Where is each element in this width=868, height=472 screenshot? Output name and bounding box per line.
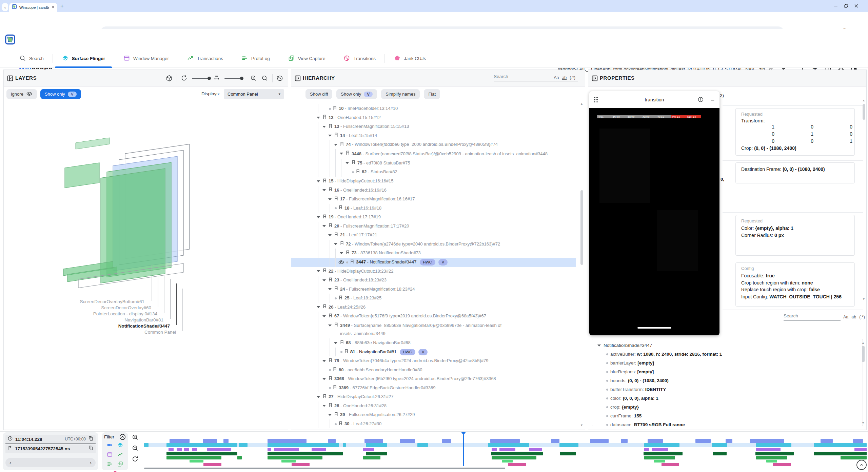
collapse-node-icon[interactable]: [317, 396, 320, 398]
collapse-node-icon[interactable]: [328, 324, 332, 327]
timeline-canvas[interactable]: [144, 432, 867, 472]
trace-segment[interactable]: [492, 448, 497, 451]
trace-segment[interactable]: [502, 460, 513, 463]
layer-label[interactable]: ScreenDecorOverlayBottom#61: [80, 299, 144, 304]
tab-transactions[interactable]: Transactions: [178, 49, 232, 68]
screen-recording-icon[interactable]: [106, 442, 113, 450]
match-word-button[interactable]: ab: [562, 75, 567, 80]
tree-node-3369[interactable]: 3369 - 67726bf EdgeBackGestureHandler0#3…: [291, 383, 576, 393]
trace-segment[interactable]: [268, 452, 343, 455]
tree-node-15[interactable]: 15 - HideDisplayCutout:16:16#15: [291, 177, 576, 186]
tree-node-73[interactable]: 73 - 8736138 NotificationShade#73: [291, 249, 576, 258]
collapse-node-icon[interactable]: [346, 162, 349, 164]
trace-segment[interactable]: [364, 439, 383, 443]
collapse-node-icon[interactable]: [328, 414, 332, 416]
collapse-node-icon[interactable]: [328, 288, 332, 290]
timeline-cursor-handle[interactable]: [461, 432, 466, 435]
trace-segment[interactable]: [363, 448, 374, 451]
collapse-node-icon[interactable]: [340, 153, 343, 155]
layer-label[interactable]: NotificationShade#3447: [118, 323, 170, 329]
trace-segment[interactable]: [166, 452, 237, 455]
property-item[interactable]: barrierLayer: [empty]: [597, 359, 863, 368]
trace-segment[interactable]: [492, 456, 536, 459]
tree-node-24[interactable]: 24 - FullscreenMagnification:18:23#24: [291, 285, 576, 294]
tree-node-3448[interactable]: 3448 - Surface(name=ed70f88 StatusBar)/@…: [291, 149, 576, 159]
tree-node-67[interactable]: 67 - WindowToken{e5176f9 type=2019 andro…: [291, 312, 576, 321]
trace-segment[interactable]: [499, 448, 515, 451]
tab-surface-flinger[interactable]: Surface Flinger: [53, 49, 114, 68]
trace-segment[interactable]: [268, 456, 322, 459]
collapse-node-icon[interactable]: [322, 315, 326, 317]
trace-segment[interactable]: [366, 443, 387, 447]
tree-node-18[interactable]: 18 - Leaf:16:16#18: [291, 204, 576, 213]
transitions-track[interactable]: [144, 463, 867, 466]
tree-node-26[interactable]: 26 - Leaf:24:25#26: [291, 303, 576, 312]
screen-recording-track[interactable]: [144, 439, 867, 443]
trace-segment[interactable]: [274, 448, 299, 451]
window-manager-track[interactable]: [144, 448, 867, 451]
next-frame-button[interactable]: ›: [90, 460, 92, 466]
collapse-node-icon[interactable]: [322, 279, 326, 281]
trace-segment[interactable]: [203, 439, 217, 443]
collapse-node-icon[interactable]: [317, 216, 320, 218]
window-restore-button[interactable]: [843, 3, 849, 9]
trace-segment[interactable]: [814, 443, 867, 447]
protolog-icon[interactable]: [106, 461, 113, 469]
timeline-zoom-out-icon[interactable]: [132, 445, 139, 453]
trace-segment[interactable]: [644, 443, 679, 447]
window-close-button[interactable]: [853, 3, 859, 9]
property-item[interactable]: bounds: (0, 0) - (1080, 2400): [597, 376, 863, 385]
collapse-node-icon[interactable]: [322, 126, 326, 128]
trace-segment[interactable]: [268, 448, 271, 451]
tab-close-icon[interactable]: ✕: [52, 5, 55, 9]
trace-segment[interactable]: [490, 439, 520, 443]
match-regex-button[interactable]: (.*): [859, 315, 865, 319]
flat-chip[interactable]: Flat: [424, 89, 440, 99]
copy-icon[interactable]: [88, 436, 94, 442]
trace-segment[interactable]: [203, 463, 221, 466]
collapse-node-icon[interactable]: [322, 189, 326, 191]
collapse-node-icon[interactable]: [334, 144, 337, 146]
property-item[interactable]: dataspace: BT709 sRGB Full range: [597, 420, 863, 426]
tree-node-19[interactable]: 19 - OneHanded:17:17#19: [291, 213, 576, 222]
trace-segment[interactable]: [400, 439, 415, 443]
trace-segment[interactable]: [508, 463, 526, 466]
tree-node-14[interactable]: 14 - Leaf:15:15#14: [291, 131, 576, 140]
timeline-scrollbar[interactable]: [144, 468, 505, 469]
popup-header[interactable]: transition _: [589, 91, 719, 108]
collapse-panel-icon[interactable]: [294, 75, 301, 82]
collapse-node-icon[interactable]: [317, 306, 320, 308]
protolog-track[interactable]: [144, 456, 867, 459]
collapse-panel-icon[interactable]: [591, 75, 598, 82]
timeline-zoom-in-icon[interactable]: [132, 434, 139, 442]
transactions-icon[interactable]: [117, 451, 123, 459]
collapse-node-icon[interactable]: [322, 225, 326, 227]
trace-segment[interactable]: [712, 443, 727, 447]
tree-node-3447[interactable]: 3447 - NotificationShade#3447HWCV: [291, 258, 576, 267]
show-only-chip[interactable]: Show onlyV: [336, 89, 377, 99]
trace-segment[interactable]: [177, 448, 182, 451]
properties-tree-scrollbar[interactable]: ▲ ▼: [861, 341, 865, 425]
tree-node-30[interactable]: 30 - Leaf:26:27#30: [291, 419, 576, 428]
info-icon[interactable]: [697, 96, 704, 104]
property-item[interactable]: blurRegions: [empty]: [597, 368, 863, 376]
trace-segment[interactable]: [755, 452, 794, 455]
tree-node-3368[interactable]: 3368 - WindowToken{f6b2f60 type=2024 and…: [291, 374, 576, 383]
tree-node-16[interactable]: 16 - OneHanded:16:16#16: [291, 186, 576, 195]
trace-segment[interactable]: [166, 443, 237, 447]
timeline-reset-zoom-icon[interactable]: [132, 455, 139, 464]
collapse-node-icon[interactable]: [317, 270, 320, 272]
trace-segment[interactable]: [756, 443, 791, 447]
tree-node-23[interactable]: 23 - OneHanded:18:23#23: [291, 276, 576, 285]
trace-segment[interactable]: [853, 439, 863, 443]
tree-node-17[interactable]: 17 - FullscreenMagnification:16:16#17: [291, 195, 576, 204]
tab-search[interactable]: Search: [10, 49, 53, 68]
trace-segment[interactable]: [590, 439, 609, 443]
collapse-node-icon[interactable]: [328, 198, 332, 200]
layer-label[interactable]: ScreenDecorOverlay#60: [101, 305, 151, 310]
match-regex-button[interactable]: (.*): [570, 75, 575, 80]
trace-segment[interactable]: [488, 443, 529, 447]
ns-time-field[interactable]: 1715339054227572545 ns: [5, 445, 96, 453]
trace-segment[interactable]: [662, 463, 679, 466]
collapse-node-icon[interactable]: [317, 180, 320, 182]
